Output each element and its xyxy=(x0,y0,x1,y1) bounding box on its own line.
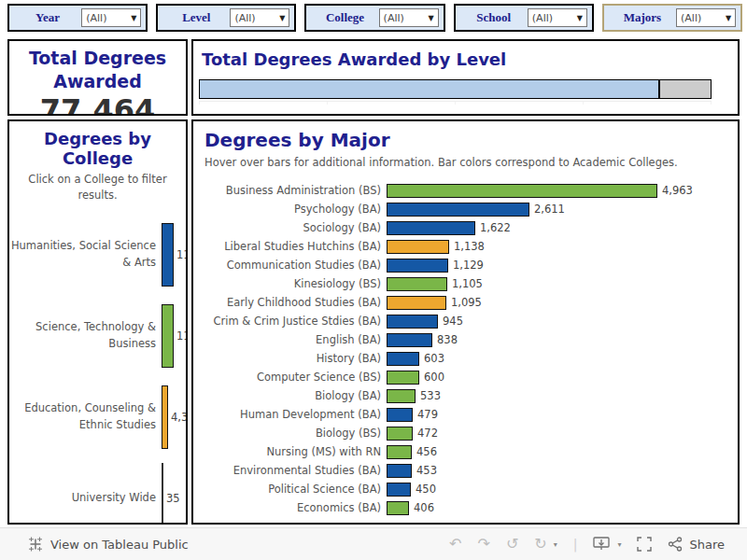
filter-dropdown-value: (All) xyxy=(677,12,722,24)
chevron-down-icon[interactable]: ▼ xyxy=(573,14,586,22)
major-value: 456 xyxy=(416,445,437,458)
filter-year: Year(All)▼ xyxy=(7,4,148,32)
major-label: Nursing (MS) with RN xyxy=(193,445,387,458)
college-bar-zone: 35 xyxy=(162,457,186,525)
major-value: 453 xyxy=(416,464,437,477)
college-row: Education, Counseling & Ethnic Studies4,… xyxy=(9,376,186,457)
college-bar[interactable] xyxy=(162,385,168,449)
major-value: 450 xyxy=(416,483,436,496)
major-label: Biology (BS) xyxy=(193,427,387,440)
filter-bar: Year(All)▼Level(All)▼College(All)▼School… xyxy=(7,4,742,32)
chevron-down-icon[interactable]: ▼ xyxy=(275,14,289,22)
major-value: 1,105 xyxy=(452,277,483,290)
major-bar[interactable] xyxy=(387,408,413,422)
level-bar-segment-2[interactable] xyxy=(659,79,712,99)
undo-icon[interactable]: ↶ xyxy=(449,537,461,552)
major-bar[interactable] xyxy=(387,315,438,329)
filter-label: Majors xyxy=(609,10,676,25)
major-label: Economics (BA) xyxy=(193,501,387,514)
major-row: History (BA)603 xyxy=(193,349,738,368)
college-label: Science, Technology & Business xyxy=(9,319,162,353)
refresh-caret-icon[interactable]: ▾ xyxy=(554,540,557,549)
major-label: Computer Science (BS) xyxy=(193,371,387,384)
major-row: Communication Studies (BA)1,129 xyxy=(193,256,738,274)
share-label[interactable]: Share xyxy=(689,538,725,552)
major-bar[interactable] xyxy=(387,483,411,497)
refresh-icon[interactable]: ↻ xyxy=(534,537,546,552)
major-label: History (BA) xyxy=(193,352,387,365)
major-value: 600 xyxy=(424,371,444,384)
level-chart-title: Total Degrees Awarded by Level xyxy=(202,49,738,69)
chevron-down-icon[interactable]: ▼ xyxy=(722,14,735,22)
chevron-down-icon[interactable]: ▼ xyxy=(425,14,438,22)
major-value: 1,129 xyxy=(453,259,484,272)
major-label: Psychology (BA) xyxy=(193,203,387,216)
major-value: 945 xyxy=(443,315,463,328)
filter-dropdown-school[interactable]: (All)▼ xyxy=(528,8,587,27)
college-value: 4,33 xyxy=(171,411,188,424)
redo-icon[interactable]: ↷ xyxy=(478,537,490,552)
view-on-tableau-public-link[interactable]: View on Tableau Public xyxy=(28,537,189,552)
college-bar[interactable] xyxy=(162,463,163,525)
major-bar[interactable] xyxy=(387,352,419,366)
college-bar[interactable] xyxy=(162,304,174,368)
share-icon[interactable] xyxy=(668,537,683,552)
tableau-logo-icon xyxy=(28,537,43,552)
major-label: English (BA) xyxy=(193,333,387,346)
major-bar[interactable] xyxy=(387,240,449,254)
major-chart: Business Administration (BS)4,963Psychol… xyxy=(193,181,738,517)
major-chart-title: Degrees by Major xyxy=(204,129,738,151)
major-value: 479 xyxy=(417,408,438,421)
major-bar[interactable] xyxy=(387,221,475,235)
major-row: Biology (BA)533 xyxy=(193,386,738,405)
major-bar[interactable] xyxy=(387,277,447,291)
major-value: 4,963 xyxy=(662,184,693,197)
filter-dropdown-level[interactable]: (All)▼ xyxy=(230,8,289,27)
major-chart-subtitle: Hover over bars for additional informati… xyxy=(204,156,738,169)
tableau-toolbar: View on Tableau Public ↶↷↺↻▾ | ▾ Share xyxy=(0,527,747,560)
major-label: Biology (BA) xyxy=(193,389,387,402)
major-bar[interactable] xyxy=(387,296,446,310)
reset-icon[interactable]: ↺ xyxy=(506,537,518,552)
major-bar[interactable] xyxy=(387,464,412,478)
college-bar[interactable] xyxy=(162,223,174,287)
filter-dropdown-majors[interactable]: (All)▼ xyxy=(676,8,736,27)
level-bar-segment-1[interactable] xyxy=(199,79,659,99)
major-label: Human Development (BA) xyxy=(193,408,387,421)
major-bar[interactable] xyxy=(387,333,432,347)
toolbar-actions: ↶↷↺↻▾ | ▾ Share xyxy=(449,537,725,552)
college-value: 35 xyxy=(166,492,180,505)
major-bar[interactable] xyxy=(387,501,409,515)
filter-dropdown-year[interactable]: (All)▼ xyxy=(81,8,141,27)
filter-dropdown-value: (All) xyxy=(529,12,573,24)
major-bar[interactable] xyxy=(387,389,416,403)
toolbar-divider: | xyxy=(573,537,578,552)
major-bar[interactable] xyxy=(387,445,412,459)
filter-dropdown-college[interactable]: (All)▼ xyxy=(379,8,439,27)
major-row: Business Administration (BS)4,963 xyxy=(193,181,738,200)
college-row: University Wide35 xyxy=(9,457,186,525)
major-bar[interactable] xyxy=(387,203,529,217)
major-bar[interactable] xyxy=(387,184,657,198)
chevron-down-icon[interactable]: ▼ xyxy=(127,14,140,22)
college-bar-zone: 4,33 xyxy=(162,376,186,457)
filter-dropdown-value: (All) xyxy=(82,12,127,24)
panel-degrees-by-college: Degrees by College Click on a College to… xyxy=(7,119,188,525)
fullscreen-icon[interactable] xyxy=(637,537,652,552)
total-degrees-value: 77,464 xyxy=(9,93,186,116)
total-degrees-title: Total Degrees Awarded xyxy=(9,47,186,92)
major-row: Liberal Studies Hutchins (BA)1,138 xyxy=(193,237,738,256)
download-icon[interactable] xyxy=(593,537,611,552)
major-bar[interactable] xyxy=(387,371,419,385)
filter-level: Level(All)▼ xyxy=(156,4,296,32)
major-label: Crim & Crim Justice Stdies (BA) xyxy=(193,315,387,328)
major-label: Sociology (BA) xyxy=(193,221,387,234)
major-row: Crim & Crim Justice Stdies (BA)945 xyxy=(193,312,738,330)
major-bar[interactable] xyxy=(387,259,448,273)
major-label: Environmental Studies (BA) xyxy=(193,464,387,477)
major-row: English (BA)838 xyxy=(193,330,738,349)
major-bar[interactable] xyxy=(387,427,413,441)
panel-degrees-by-major: Degrees by Major Hover over bars for add… xyxy=(191,119,740,525)
download-caret-icon[interactable]: ▾ xyxy=(617,540,621,549)
major-row: Psychology (BA)2,611 xyxy=(193,200,738,218)
